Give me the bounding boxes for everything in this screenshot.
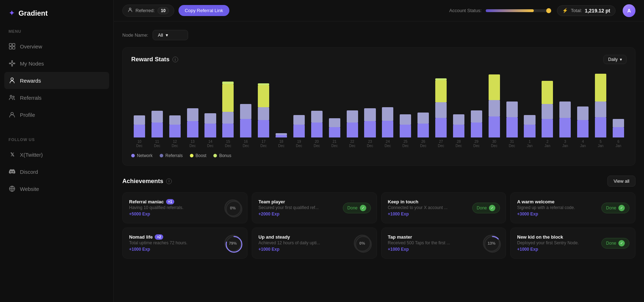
bar-stack bbox=[238, 104, 254, 137]
bar-group: 2Jan bbox=[539, 70, 555, 148]
topbar-left: Referred: 10 Copy Referral Link bbox=[122, 5, 229, 17]
legend-dot-network bbox=[131, 154, 135, 157]
svg-point-14 bbox=[10, 95, 12, 97]
sidebar-item-overview[interactable]: Overview bbox=[0, 38, 113, 55]
referred-count: 10 bbox=[158, 7, 169, 14]
bar-label: 26Dec bbox=[420, 140, 426, 148]
bar-group: 16Dec bbox=[238, 70, 254, 148]
sidebar-item-mynodes[interactable]: My Nodes bbox=[0, 55, 113, 72]
done-label: Done bbox=[347, 205, 358, 210]
achievement-exp: +1000 Exp bbox=[129, 247, 216, 252]
bar-segment-referrals bbox=[435, 102, 447, 118]
sidebar-item-profile[interactable]: Profile bbox=[0, 106, 113, 123]
bar-label: 17Dec bbox=[260, 140, 267, 148]
bar-segment-network bbox=[435, 118, 447, 137]
bar-group: 1Jan bbox=[522, 70, 538, 148]
bar-segment-network bbox=[240, 119, 251, 137]
bar-stack bbox=[273, 133, 289, 137]
legend-referrals: Referrals bbox=[160, 153, 183, 158]
bar-group: 17Dec bbox=[255, 70, 272, 148]
node-select[interactable]: All ▾ bbox=[153, 30, 188, 40]
avatar[interactable]: A bbox=[623, 4, 635, 17]
sidebar-item-referrals-label: Referrals bbox=[20, 95, 42, 101]
achievement-content: Tap masterReceived 500 Taps for the firs… bbox=[388, 234, 500, 252]
bar-segment-referrals bbox=[400, 114, 411, 125]
bar-segment-referrals bbox=[506, 101, 518, 117]
bar-segment-referrals bbox=[311, 111, 323, 123]
status-dot bbox=[546, 8, 551, 13]
bar-group: 24Dec bbox=[379, 70, 396, 148]
achievements-title: Achievements i bbox=[122, 178, 172, 185]
sidebar-item-referrals[interactable]: Referrals bbox=[0, 89, 113, 106]
chevron-down-icon-2: ▾ bbox=[620, 57, 622, 62]
achievement-exp: +1000 Exp bbox=[388, 247, 475, 252]
svg-rect-0 bbox=[9, 43, 12, 46]
bar-segment-referrals bbox=[187, 108, 198, 121]
bar-group: 25Dec bbox=[397, 70, 414, 148]
achievement-title: New kid on the block bbox=[517, 234, 563, 240]
sidebar-item-website[interactable]: Website bbox=[0, 180, 113, 197]
bar-group: 5Jan bbox=[592, 70, 609, 148]
bar-label: 10Dec bbox=[136, 140, 143, 148]
bar-segment-boost bbox=[258, 85, 269, 107]
bar-stack bbox=[539, 81, 555, 137]
progress-circle: 0% bbox=[354, 235, 371, 252]
view-all-button[interactable]: View all bbox=[607, 176, 635, 187]
sidebar-item-rewards[interactable]: Rewards bbox=[4, 72, 109, 89]
bar-segment-referrals bbox=[329, 118, 340, 127]
bar-stack bbox=[522, 115, 538, 137]
status-bar bbox=[486, 9, 550, 12]
bar-stack bbox=[610, 119, 627, 137]
bar-segment-referrals bbox=[293, 115, 305, 125]
bar-stack bbox=[468, 110, 485, 137]
sidebar-item-discord-label: Discord bbox=[20, 169, 38, 175]
bar-segment-referrals bbox=[222, 112, 234, 124]
bar-segment-network bbox=[329, 127, 340, 137]
svg-point-6 bbox=[12, 65, 13, 66]
chart-title-text: Reward Stats bbox=[131, 56, 170, 63]
done-badge: Done✓ bbox=[601, 203, 629, 213]
chart-title: Reward Stats i bbox=[131, 56, 178, 63]
period-select[interactable]: Daily ▾ bbox=[603, 55, 627, 64]
bar-segment-boost bbox=[222, 84, 234, 112]
progress-circle: 13% bbox=[483, 235, 500, 252]
bar-segment-network bbox=[559, 118, 571, 137]
achievement-title: Up and steady bbox=[259, 234, 290, 240]
achievement-card-new-kid: New kid on the blockDeployed your first … bbox=[510, 228, 635, 259]
sidebar-item-twitter[interactable]: 𝕏 X(Twitter) bbox=[0, 146, 113, 163]
achievement-title-row: A warm welcome bbox=[517, 199, 604, 204]
status-bar-fill bbox=[486, 9, 534, 12]
total-badge: ⚡ Total: 1,219.12 pt bbox=[557, 5, 616, 16]
follow-label: FOLLOW US bbox=[0, 132, 113, 146]
bar-stack bbox=[149, 111, 165, 137]
svg-point-13 bbox=[11, 78, 14, 80]
achievements-header: Achievements i View all bbox=[122, 176, 635, 187]
bar-segment-referrals bbox=[453, 114, 464, 125]
total-label: Total: bbox=[571, 8, 582, 13]
legend-referrals-label: Referrals bbox=[165, 153, 183, 158]
bar-group: 15Dec bbox=[220, 70, 236, 148]
achievement-desc: Total uptime reaches 72 hours. bbox=[129, 240, 216, 245]
done-check-icon: ✓ bbox=[618, 240, 625, 246]
bar-group: 29Dec bbox=[468, 70, 485, 148]
legend-network-label: Network bbox=[137, 153, 153, 158]
bar-stack bbox=[486, 74, 502, 137]
achievement-desc: Secured your first qualified ref... bbox=[259, 205, 345, 210]
bar-group: 3Jan bbox=[557, 70, 573, 148]
sidebar-item-discord[interactable]: Discord bbox=[0, 163, 113, 180]
logo: ✦ Gradient bbox=[0, 9, 113, 29]
logo-text: Gradient bbox=[18, 9, 48, 17]
bar-segment-referrals bbox=[559, 101, 571, 118]
bar-segment-network bbox=[417, 124, 429, 137]
topbar-right: Account Status: ⚡ Total: 1,219.12 pt A bbox=[449, 4, 635, 17]
bar-segment-network bbox=[524, 125, 535, 137]
bar-label: 2Jan bbox=[544, 140, 550, 148]
copy-referral-button[interactable]: Copy Referral Link bbox=[179, 5, 230, 16]
bar-segment-network bbox=[613, 127, 624, 137]
node-select-value: All bbox=[158, 32, 163, 38]
sidebar-item-mynodes-label: My Nodes bbox=[20, 61, 44, 67]
done-check-icon: ✓ bbox=[489, 205, 495, 211]
bar-group: 30Dec bbox=[486, 70, 502, 148]
bar-segment-network bbox=[400, 125, 411, 137]
svg-point-4 bbox=[11, 62, 13, 64]
